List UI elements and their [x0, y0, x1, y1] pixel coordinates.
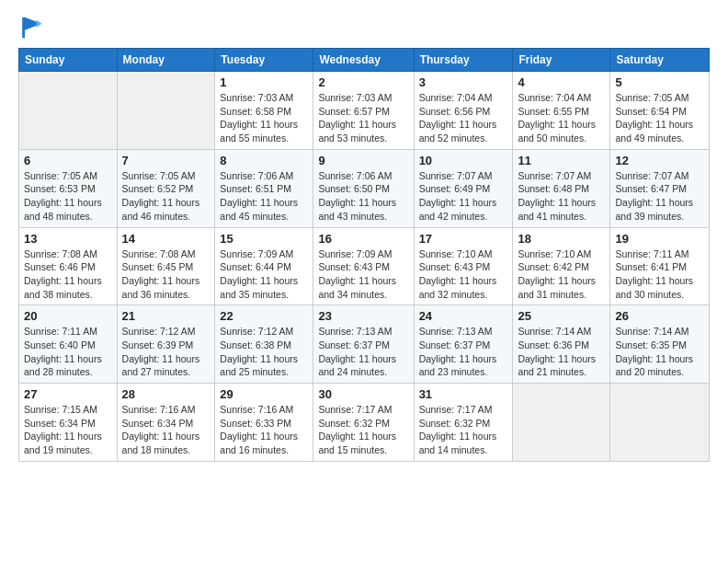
col-header-tuesday: Tuesday — [215, 49, 313, 72]
day-number: 30 — [318, 387, 408, 401]
day-number: 29 — [220, 387, 308, 401]
calendar-cell: 7Sunrise: 7:05 AMSunset: 6:52 PMDaylight… — [117, 149, 215, 227]
calendar-cell: 24Sunrise: 7:13 AMSunset: 6:37 PMDayligh… — [414, 305, 513, 384]
calendar-cell: 2Sunrise: 7:03 AMSunset: 6:57 PMDaylight… — [313, 72, 414, 150]
calendar-cell — [19, 72, 118, 150]
calendar-cell: 5Sunrise: 7:05 AMSunset: 6:54 PMDaylight… — [610, 72, 710, 150]
calendar-cell: 31Sunrise: 7:17 AMSunset: 6:32 PMDayligh… — [414, 384, 513, 462]
day-info: Sunrise: 7:10 AMSunset: 6:42 PMDaylight:… — [518, 247, 605, 302]
day-info: Sunrise: 7:04 AMSunset: 6:55 PMDaylight:… — [518, 91, 605, 145]
calendar-cell: 15Sunrise: 7:09 AMSunset: 6:44 PMDayligh… — [215, 227, 313, 305]
calendar-cell: 19Sunrise: 7:11 AMSunset: 6:41 PMDayligh… — [610, 227, 710, 305]
day-info: Sunrise: 7:11 AMSunset: 6:41 PMDaylight:… — [615, 247, 704, 302]
day-number: 11 — [518, 154, 605, 167]
calendar-cell: 9Sunrise: 7:06 AMSunset: 6:50 PMDaylight… — [313, 149, 414, 227]
day-number: 12 — [615, 154, 704, 167]
day-number: 23 — [318, 309, 408, 323]
day-number: 14 — [122, 232, 210, 246]
calendar-cell: 6Sunrise: 7:05 AMSunset: 6:53 PMDaylight… — [19, 149, 118, 227]
col-header-saturday: Saturday — [610, 49, 710, 72]
day-info: Sunrise: 7:06 AMSunset: 6:51 PMDaylight:… — [220, 169, 308, 224]
calendar-header-row: SundayMondayTuesdayWednesdayThursdayFrid… — [19, 49, 710, 72]
calendar-cell: 23Sunrise: 7:13 AMSunset: 6:37 PMDayligh… — [313, 305, 414, 384]
calendar-cell: 1Sunrise: 7:03 AMSunset: 6:58 PMDaylight… — [215, 72, 313, 150]
day-number: 25 — [518, 309, 605, 323]
col-header-thursday: Thursday — [414, 49, 513, 72]
calendar-week-row: 20Sunrise: 7:11 AMSunset: 6:40 PMDayligh… — [19, 305, 710, 384]
day-number: 17 — [419, 232, 508, 246]
day-info: Sunrise: 7:16 AMSunset: 6:33 PMDaylight:… — [220, 403, 308, 457]
day-info: Sunrise: 7:07 AMSunset: 6:47 PMDaylight:… — [615, 169, 704, 224]
calendar-cell: 12Sunrise: 7:07 AMSunset: 6:47 PMDayligh… — [610, 149, 710, 227]
calendar-cell: 20Sunrise: 7:11 AMSunset: 6:40 PMDayligh… — [19, 305, 118, 384]
day-number: 21 — [122, 309, 210, 323]
calendar-cell: 25Sunrise: 7:14 AMSunset: 6:36 PMDayligh… — [513, 305, 610, 384]
header — [18, 15, 710, 40]
page: SundayMondayTuesdayWednesdayThursdayFrid… — [0, 0, 728, 563]
calendar-cell: 30Sunrise: 7:17 AMSunset: 6:32 PMDayligh… — [313, 384, 414, 462]
day-number: 4 — [518, 75, 605, 89]
col-header-monday: Monday — [117, 49, 215, 72]
day-info: Sunrise: 7:13 AMSunset: 6:37 PMDaylight:… — [419, 325, 508, 379]
day-info: Sunrise: 7:08 AMSunset: 6:46 PMDaylight:… — [24, 247, 112, 302]
day-number: 19 — [615, 232, 704, 246]
calendar-cell: 8Sunrise: 7:06 AMSunset: 6:51 PMDaylight… — [215, 149, 313, 227]
calendar-cell: 28Sunrise: 7:16 AMSunset: 6:34 PMDayligh… — [117, 384, 215, 462]
calendar-cell: 22Sunrise: 7:12 AMSunset: 6:38 PMDayligh… — [215, 305, 313, 384]
day-info: Sunrise: 7:07 AMSunset: 6:49 PMDaylight:… — [419, 169, 508, 224]
col-header-friday: Friday — [513, 49, 610, 72]
day-info: Sunrise: 7:07 AMSunset: 6:48 PMDaylight:… — [518, 169, 605, 224]
day-number: 3 — [419, 75, 508, 89]
calendar-cell — [117, 72, 215, 150]
calendar-week-row: 27Sunrise: 7:15 AMSunset: 6:34 PMDayligh… — [19, 384, 710, 462]
calendar-cell: 4Sunrise: 7:04 AMSunset: 6:55 PMDaylight… — [513, 72, 610, 150]
day-info: Sunrise: 7:17 AMSunset: 6:32 PMDaylight:… — [318, 403, 408, 457]
day-number: 1 — [220, 75, 308, 89]
day-info: Sunrise: 7:14 AMSunset: 6:35 PMDaylight:… — [615, 325, 704, 379]
day-number: 22 — [220, 309, 308, 323]
day-number: 26 — [615, 309, 704, 323]
calendar-cell: 29Sunrise: 7:16 AMSunset: 6:33 PMDayligh… — [215, 384, 313, 462]
calendar-cell: 17Sunrise: 7:10 AMSunset: 6:43 PMDayligh… — [414, 227, 513, 305]
day-number: 13 — [24, 232, 112, 246]
calendar-week-row: 6Sunrise: 7:05 AMSunset: 6:53 PMDaylight… — [19, 149, 710, 227]
day-info: Sunrise: 7:13 AMSunset: 6:37 PMDaylight:… — [318, 325, 408, 379]
day-info: Sunrise: 7:03 AMSunset: 6:58 PMDaylight:… — [220, 91, 308, 145]
day-number: 5 — [615, 75, 704, 89]
day-info: Sunrise: 7:10 AMSunset: 6:43 PMDaylight:… — [419, 247, 508, 302]
logo-icon — [18, 15, 44, 40]
calendar-week-row: 1Sunrise: 7:03 AMSunset: 6:58 PMDaylight… — [19, 72, 710, 150]
day-info: Sunrise: 7:05 AMSunset: 6:54 PMDaylight:… — [615, 91, 704, 145]
day-number: 6 — [24, 154, 112, 167]
day-number: 7 — [122, 154, 210, 167]
svg-rect-0 — [22, 17, 25, 38]
day-info: Sunrise: 7:03 AMSunset: 6:57 PMDaylight:… — [318, 91, 408, 145]
calendar-cell — [610, 384, 710, 462]
day-info: Sunrise: 7:05 AMSunset: 6:53 PMDaylight:… — [24, 169, 112, 224]
calendar-cell: 26Sunrise: 7:14 AMSunset: 6:35 PMDayligh… — [610, 305, 710, 384]
svg-marker-2 — [37, 20, 42, 28]
day-number: 27 — [24, 387, 112, 401]
day-number: 31 — [419, 387, 508, 401]
day-number: 28 — [122, 387, 210, 401]
day-number: 20 — [24, 309, 112, 323]
calendar-week-row: 13Sunrise: 7:08 AMSunset: 6:46 PMDayligh… — [19, 227, 710, 305]
calendar-cell: 3Sunrise: 7:04 AMSunset: 6:56 PMDaylight… — [414, 72, 513, 150]
day-info: Sunrise: 7:15 AMSunset: 6:34 PMDaylight:… — [24, 403, 112, 457]
day-info: Sunrise: 7:09 AMSunset: 6:43 PMDaylight:… — [318, 247, 408, 302]
col-header-wednesday: Wednesday — [313, 49, 414, 72]
day-info: Sunrise: 7:11 AMSunset: 6:40 PMDaylight:… — [24, 325, 112, 379]
calendar-table: SundayMondayTuesdayWednesdayThursdayFrid… — [18, 48, 710, 462]
day-info: Sunrise: 7:05 AMSunset: 6:52 PMDaylight:… — [122, 169, 210, 224]
calendar-cell: 13Sunrise: 7:08 AMSunset: 6:46 PMDayligh… — [19, 227, 118, 305]
calendar-cell: 27Sunrise: 7:15 AMSunset: 6:34 PMDayligh… — [19, 384, 118, 462]
day-info: Sunrise: 7:08 AMSunset: 6:45 PMDaylight:… — [122, 247, 210, 302]
day-info: Sunrise: 7:06 AMSunset: 6:50 PMDaylight:… — [318, 169, 408, 224]
day-number: 10 — [419, 154, 508, 167]
day-number: 15 — [220, 232, 308, 246]
day-info: Sunrise: 7:16 AMSunset: 6:34 PMDaylight:… — [122, 403, 210, 457]
day-info: Sunrise: 7:17 AMSunset: 6:32 PMDaylight:… — [419, 403, 508, 457]
calendar-cell: 18Sunrise: 7:10 AMSunset: 6:42 PMDayligh… — [513, 227, 610, 305]
day-number: 9 — [318, 154, 408, 167]
calendar-cell: 14Sunrise: 7:08 AMSunset: 6:45 PMDayligh… — [117, 227, 215, 305]
